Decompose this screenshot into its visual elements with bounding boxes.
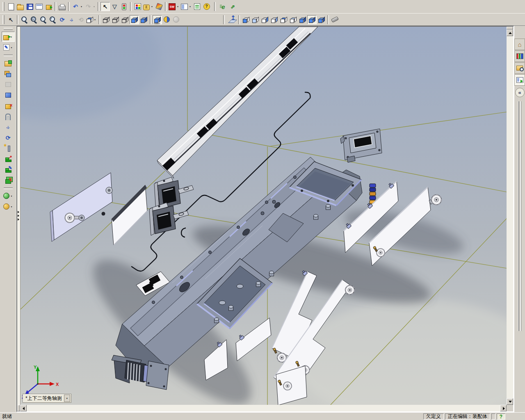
thumb-knob[interactable] [345, 285, 354, 294]
dropdown-arrow-icon[interactable]: ▼ [10, 195, 13, 197]
trimetric-view-button[interactable] [317, 15, 326, 24]
pan-button[interactable] [67, 15, 76, 24]
splitter-nub[interactable] [507, 27, 513, 30]
zoom-fit-button[interactable]: ▫ [20, 15, 29, 24]
rotate-component-button[interactable]: ⟳ [2, 132, 15, 143]
standard-toolbar: ↶▼↷▼↖▽Σ▼SW▼▼?e⇗ [0, 0, 525, 14]
open-part-button[interactable] [2, 58, 15, 68]
select-button[interactable]: ↖ [100, 2, 110, 11]
make-drawing-button[interactable] [34, 2, 44, 11]
scroll-right-button[interactable] [500, 405, 507, 411]
wireframe-button[interactable] [101, 15, 111, 24]
dropdown-arrow-icon[interactable]: ▼ [10, 205, 13, 208]
standard-views-button[interactable]: ▼ [86, 15, 97, 24]
zoom-in-out-button[interactable]: ↕ [39, 15, 48, 24]
front-view-cube-icon [243, 17, 249, 23]
zoom-area-button[interactable]: ◱ [29, 15, 39, 24]
edit-color-button[interactable] [133, 2, 142, 11]
save-button[interactable] [25, 2, 34, 11]
insert-component-button[interactable]: ▸▼ [2, 32, 15, 42]
open-button[interactable] [16, 2, 25, 11]
vertical-scrollbar[interactable] [507, 27, 513, 405]
dropdown-arrow-icon[interactable]: ▼ [93, 5, 96, 8]
toolbar-grip[interactable] [4, 28, 13, 30]
help-button[interactable]: ? [202, 2, 211, 11]
dropdown-arrow-icon[interactable]: ▼ [189, 5, 192, 8]
isometric-view-button[interactable] [298, 15, 307, 24]
photoworks-button[interactable] [154, 2, 164, 11]
file-explorer-tab[interactable] [514, 62, 525, 74]
design-library-tab[interactable] [514, 50, 525, 62]
sketch-button[interactable]: ✎▼ [2, 42, 15, 52]
print-button[interactable] [57, 2, 67, 11]
shaded-button[interactable] [139, 15, 148, 24]
scroll-up-button[interactable] [507, 30, 513, 36]
mate-button[interactable] [2, 111, 15, 121]
zoom-selection-button[interactable]: ≡ [48, 15, 57, 24]
dimetric-view-button[interactable] [307, 15, 317, 24]
normal-to-button[interactable]: ↥ [228, 15, 237, 24]
interference-detection-button[interactable]: ↯ [2, 175, 15, 185]
scroll-down-button[interactable] [507, 398, 513, 405]
make-assembly-button[interactable] [44, 2, 53, 11]
collapse-button[interactable]: « [515, 88, 525, 97]
thumb-knob[interactable] [283, 382, 292, 390]
shadows-button[interactable] [153, 15, 162, 24]
options-button[interactable] [192, 2, 202, 11]
view-orientation-button[interactable] [330, 15, 340, 24]
solidworks-office-button[interactable]: SW▼ [168, 2, 180, 11]
replace-components-button[interactable] [2, 68, 15, 79]
thumb-knob[interactable] [65, 213, 74, 222]
left-view-button[interactable] [260, 15, 269, 24]
move-component-button[interactable] [2, 122, 15, 132]
hidden-lines-visible-button[interactable] [111, 15, 120, 24]
bottom-view-button[interactable] [288, 15, 298, 24]
toolbar-grip[interactable] [2, 15, 5, 24]
front-view-button[interactable] [241, 15, 251, 24]
simulation-button[interactable]: ▼ [2, 191, 15, 201]
undo-button[interactable]: ↶▼ [71, 2, 84, 11]
vscroll-track[interactable] [507, 36, 513, 398]
thumb-knob[interactable] [431, 195, 441, 205]
no-external-references-button[interactable]: × [2, 100, 15, 111]
dropdown-arrow-icon[interactable]: ▼ [80, 5, 83, 8]
scroll-left-button[interactable] [20, 405, 27, 411]
featuremanager-splitter[interactable] [17, 27, 21, 405]
thumb-knob[interactable] [377, 249, 385, 257]
selection-filter-button[interactable]: ▽ [110, 2, 119, 11]
select-tool-button[interactable]: ↖ [6, 15, 16, 24]
dropdown-arrow-icon[interactable]: ▼ [151, 5, 153, 8]
smart-fasteners-button[interactable]: * [2, 143, 15, 153]
back-view-button[interactable] [251, 15, 260, 24]
dropdown-arrow-icon[interactable]: ▼ [94, 18, 96, 21]
splitter-nub[interactable] [17, 405, 20, 411]
section-view-button[interactable] [162, 15, 171, 24]
dropdown-arrow-icon[interactable]: ▼ [64, 395, 70, 402]
view-layout-button[interactable]: ▼ [180, 2, 192, 11]
exploded-view-button[interactable]: ↗ [2, 154, 15, 164]
rotate-view-button[interactable]: ⟳ [57, 15, 67, 24]
3d-viewport-canvas[interactable]: Y X Z *上下二等角轴测 ▼ [21, 27, 507, 405]
toolbar-grip[interactable] [2, 2, 5, 11]
explode-line-sketch-button[interactable]: ✎ [2, 164, 15, 175]
view-orientation-tab[interactable]: *上下二等角轴测 ▼ [23, 394, 71, 403]
dropdown-arrow-icon[interactable]: ▼ [10, 46, 13, 49]
quick-tips-button[interactable]: ? [497, 413, 505, 420]
right-view-button[interactable] [269, 15, 279, 24]
horizontal-scrollbar[interactable] [17, 405, 507, 411]
top-view-button[interactable] [279, 15, 288, 24]
edrawings-button[interactable]: e [219, 2, 228, 11]
toolbar-separator [4, 187, 13, 189]
web-publish-button[interactable]: ⇗ [228, 2, 237, 11]
hscroll-track[interactable] [27, 405, 500, 411]
hidden-lines-removed-button[interactable] [120, 15, 130, 24]
shaded-with-edges-button[interactable] [130, 15, 139, 24]
edit-component-button[interactable] [2, 90, 15, 100]
rebuild-button[interactable] [119, 2, 129, 11]
measure-button[interactable]: Σ▼ [142, 2, 154, 11]
dropdown-arrow-icon[interactable]: ▼ [176, 5, 179, 8]
new-button[interactable] [6, 2, 16, 11]
assemblyxpert-button[interactable]: ▼ [2, 201, 15, 212]
view-palette-tab[interactable] [514, 74, 525, 86]
solidworks-resources-tab[interactable]: ⌂ [514, 39, 525, 50]
